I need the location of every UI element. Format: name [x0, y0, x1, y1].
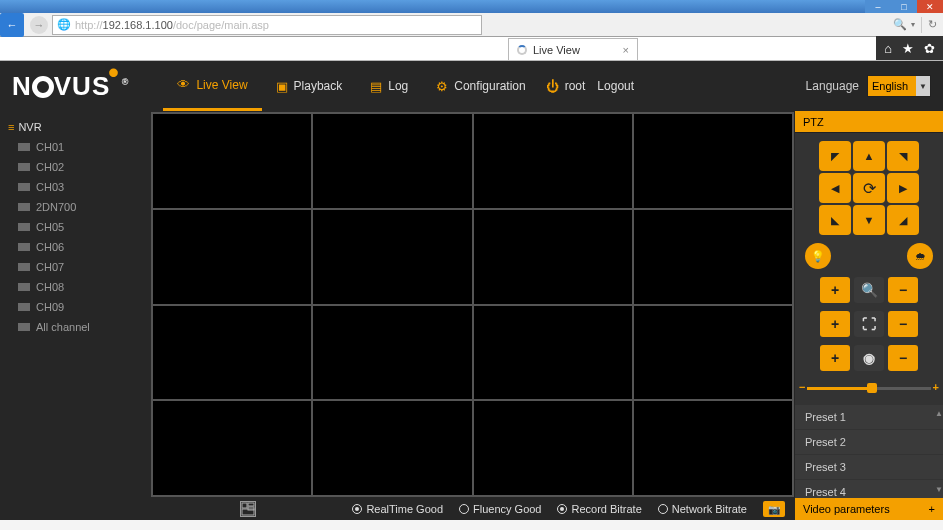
video-cell[interactable]: [152, 305, 312, 401]
channel-all[interactable]: All channel: [0, 317, 150, 337]
radio-icon: [658, 504, 668, 514]
ptz-down-left-button[interactable]: ◣: [819, 205, 851, 235]
nav-configuration[interactable]: ⚙ Configuration: [422, 61, 539, 111]
zoom-in-button[interactable]: +: [820, 277, 850, 303]
ptz-right-button[interactable]: ▶: [887, 173, 919, 203]
video-cell[interactable]: [473, 209, 633, 305]
channel-label: CH05: [36, 221, 64, 233]
opt-realtime-good[interactable]: RealTime Good: [352, 503, 443, 515]
ptz-header[interactable]: PTZ: [795, 111, 943, 133]
ptz-wiper-button[interactable]: 🌧: [907, 243, 933, 269]
refresh-icon[interactable]: ↻: [928, 18, 937, 31]
home-icon[interactable]: ⌂: [884, 41, 892, 56]
browser-command-icons: ⌂ ★ ✿: [876, 36, 943, 60]
browser-tab-liveview[interactable]: Live View ×: [508, 38, 638, 60]
browser-url-field[interactable]: 🌐 http:// 192.168.1.100 /doc/page/main.a…: [52, 15, 482, 35]
opt-network-bitrate[interactable]: Network Bitrate: [658, 503, 747, 515]
video-cell[interactable]: [633, 209, 793, 305]
ptz-zoom-row: + 🔍 −: [803, 277, 935, 303]
nav-playback[interactable]: ▣ Playback: [262, 61, 357, 111]
video-cell[interactable]: [633, 113, 793, 209]
chevron-down-icon: ▼: [916, 76, 930, 96]
preset-3[interactable]: Preset 3: [795, 455, 943, 480]
video-cell[interactable]: [152, 113, 312, 209]
channel-ch02[interactable]: CH02: [0, 157, 150, 177]
preset-4[interactable]: Preset 4: [795, 480, 943, 498]
search-icon[interactable]: 🔍: [893, 18, 907, 31]
video-cell[interactable]: [312, 400, 472, 496]
channel-ch01[interactable]: CH01: [0, 137, 150, 157]
video-cell[interactable]: [473, 305, 633, 401]
channel-ch08[interactable]: CH08: [0, 277, 150, 297]
ptz-up-right-button[interactable]: ◥: [887, 141, 919, 171]
ptz-speed-slider[interactable]: − +: [807, 381, 931, 395]
ptz-down-button[interactable]: ▼: [853, 205, 885, 235]
tree-icon: ≡: [8, 121, 14, 133]
language-select[interactable]: English ▼: [867, 75, 931, 97]
channel-ch09[interactable]: CH09: [0, 297, 150, 317]
video-cell[interactable]: [312, 209, 472, 305]
channel-label: CH09: [36, 301, 64, 313]
tab-close-icon[interactable]: ×: [623, 44, 629, 56]
browser-forward-button[interactable]: →: [30, 16, 48, 34]
favorites-icon[interactable]: ★: [902, 41, 914, 56]
channel-label: CH02: [36, 161, 64, 173]
preset-1[interactable]: Preset 1: [795, 405, 943, 430]
status-bar: [0, 520, 943, 530]
channel-ch05[interactable]: CH05: [0, 217, 150, 237]
video-cell[interactable]: [312, 113, 472, 209]
focus-in-button[interactable]: +: [820, 311, 850, 337]
window-close-button[interactable]: ✕: [917, 0, 943, 13]
snapshot-button[interactable]: 📷: [763, 501, 785, 517]
opt-label: RealTime Good: [366, 503, 443, 515]
main-nav: 👁 Live View ▣ Playback ▤ Log ⚙ Configura…: [163, 61, 640, 111]
nav-log[interactable]: ▤ Log: [356, 61, 422, 111]
ptz-light-button[interactable]: 💡: [805, 243, 831, 269]
scrollbar[interactable]: ▲▼: [935, 409, 941, 494]
zoom-out-button[interactable]: −: [888, 277, 918, 303]
ptz-up-button[interactable]: ▲: [853, 141, 885, 171]
ptz-up-left-button[interactable]: ◤: [819, 141, 851, 171]
video-parameters-header[interactable]: Video parameters +: [795, 498, 943, 520]
channel-ch03[interactable]: CH03: [0, 177, 150, 197]
video-cell[interactable]: [152, 400, 312, 496]
preset-2[interactable]: Preset 2: [795, 430, 943, 455]
layout-selector-icon[interactable]: [240, 501, 256, 517]
tree-root-nvr[interactable]: ≡ NVR: [0, 117, 150, 137]
nav-logout[interactable]: Logout: [591, 61, 640, 111]
iris-out-button[interactable]: −: [888, 345, 918, 371]
ptz-down-right-button[interactable]: ◢: [887, 205, 919, 235]
eye-icon: 👁: [177, 77, 190, 92]
ptz-auto-button[interactable]: ⟳: [853, 173, 885, 203]
nav-user[interactable]: ⏻ root: [540, 61, 592, 111]
nav-log-label: Log: [388, 79, 408, 93]
nav-logout-label: Logout: [597, 79, 634, 93]
iris-icon: ◉: [854, 345, 884, 371]
video-cell[interactable]: [312, 305, 472, 401]
browser-tabstrip: Live View × ⌂ ★ ✿: [0, 37, 943, 61]
url-host: 192.168.1.100: [103, 19, 173, 31]
window-maximize-button[interactable]: □: [891, 0, 917, 13]
browser-back-button[interactable]: ←: [0, 13, 24, 37]
video-cell[interactable]: [473, 400, 633, 496]
opt-record-bitrate[interactable]: Record Bitrate: [557, 503, 641, 515]
logo-vus: VUS: [54, 71, 110, 101]
focus-out-button[interactable]: −: [888, 311, 918, 337]
settings-icon[interactable]: ✿: [924, 41, 935, 56]
nav-live-view[interactable]: 👁 Live View: [163, 61, 261, 111]
iris-in-button[interactable]: +: [820, 345, 850, 371]
channel-2dn700[interactable]: 2DN700: [0, 197, 150, 217]
window-minimize-button[interactable]: –: [865, 0, 891, 13]
video-cell[interactable]: [633, 400, 793, 496]
video-cell[interactable]: [473, 113, 633, 209]
channel-ch06[interactable]: CH06: [0, 237, 150, 257]
video-grid-4x4: [151, 112, 794, 497]
video-cell[interactable]: [152, 209, 312, 305]
ptz-left-button[interactable]: ◀: [819, 173, 851, 203]
expand-icon: +: [929, 503, 935, 515]
url-scheme: http://: [75, 19, 103, 31]
opt-fluency-good[interactable]: Fluency Good: [459, 503, 541, 515]
channel-ch07[interactable]: CH07: [0, 257, 150, 277]
video-cell[interactable]: [633, 305, 793, 401]
url-path: /doc/page/main.asp: [173, 19, 269, 31]
